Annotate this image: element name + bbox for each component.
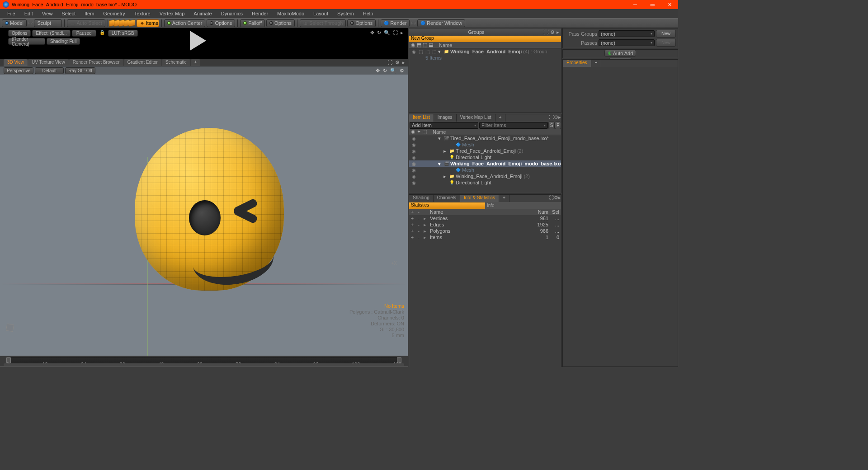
vp-menu-icon[interactable]: ▸: [402, 60, 405, 66]
axis-gizmo-icon[interactable]: [6, 324, 18, 336]
render-button[interactable]: 🔵Render: [381, 19, 410, 27]
vptab-add[interactable]: +: [191, 59, 201, 66]
maximize-icon[interactable]: ⛶: [549, 195, 554, 202]
il-tab-vertex-map-list[interactable]: Vertex Map List: [457, 114, 495, 122]
item-row[interactable]: ◉🔷Mesh: [409, 167, 561, 173]
menu-icon[interactable]: ▸: [401, 30, 403, 36]
falloff-button[interactable]: Falloff: [240, 19, 265, 27]
menu-animate[interactable]: Animate: [189, 9, 216, 18]
pass-groups-dropdown[interactable]: (none): [599, 30, 655, 37]
preview-effect-button[interactable]: Effect: (Shadi...: [32, 30, 70, 37]
vp-gear2-icon[interactable]: ⚙: [400, 68, 404, 74]
menu-dynamics[interactable]: Dynamics: [217, 9, 247, 18]
item-row[interactable]: ◉▾🎬Tired_Face_Android_Emoji_modo_base.lx…: [409, 135, 561, 141]
view-default-button[interactable]: Default: [35, 67, 64, 74]
preview-shading-button[interactable]: Shading: Full: [47, 38, 80, 45]
preview-play-icon[interactable]: [190, 31, 206, 51]
il-tab-images[interactable]: Images: [434, 114, 457, 122]
passes-new-button[interactable]: New: [656, 39, 676, 47]
expand-icon[interactable]: ⛶: [393, 30, 398, 36]
menu-icon[interactable]: ▸: [557, 29, 559, 35]
sculpt-mode-button[interactable]: Sculpt: [34, 19, 62, 27]
preview-paused-button[interactable]: Paused: [72, 30, 96, 37]
zoom-icon[interactable]: 🔍: [384, 30, 390, 36]
info-tab-shading[interactable]: Shading: [409, 195, 434, 202]
menu-layout[interactable]: Layout: [309, 9, 333, 18]
view-perspective-button[interactable]: Perspective: [4, 67, 33, 74]
item-row[interactable]: ◉▸📁Tired_Face_Android_Emoji (2): [409, 148, 561, 154]
item-row[interactable]: ◉💡Directional Light: [409, 154, 561, 160]
auto-select-button[interactable]: ⬚Auto Select: [67, 19, 105, 27]
view-raygl-button[interactable]: Ray GL: Off: [65, 67, 95, 74]
action-center-button[interactable]: Action Center: [164, 19, 206, 27]
add-item-dropdown[interactable]: Add Item: [410, 122, 478, 129]
menu-edit[interactable]: Edit: [20, 9, 38, 18]
vp-zoom-icon[interactable]: 🔍: [390, 68, 396, 74]
gear-icon[interactable]: ⚙: [554, 195, 558, 202]
info-tab-info---statistics[interactable]: Info & Statistics: [460, 195, 499, 202]
info-tab[interactable]: Info: [485, 202, 561, 209]
vp-gear-icon[interactable]: ⚙: [395, 60, 400, 66]
menu-help[interactable]: Help: [359, 9, 378, 18]
timeline[interactable]: 01224364860728496108120: [0, 356, 408, 367]
gear-icon[interactable]: ⚙: [550, 29, 555, 35]
menu-system[interactable]: System: [333, 9, 359, 18]
add-tab-icon[interactable]: +: [591, 60, 602, 67]
items-mode-button[interactable]: ◆Items: [137, 19, 159, 27]
vp-expand-icon[interactable]: ⛶: [387, 60, 392, 66]
vptab-uv-texture-view[interactable]: UV Texture View: [28, 59, 69, 66]
group-row[interactable]: ◉⬚⬚⬚ ▾ 📁 Winking_Face_Android_Emoji (4) …: [409, 48, 561, 55]
pass-groups-new-button[interactable]: New: [656, 30, 676, 38]
filter-items-input[interactable]: Filter Items: [479, 122, 548, 129]
component-mode-icons[interactable]: [110, 20, 135, 26]
item-row[interactable]: ◉▾🎬Winking_Face_Android_Emoji_modo_base.…: [409, 160, 561, 167]
menu-file[interactable]: File: [3, 9, 20, 18]
statistics-tab[interactable]: Statistics: [409, 202, 485, 209]
vptab-gradient-editor[interactable]: Gradient Editor: [124, 59, 161, 66]
item-row[interactable]: ◉🔷Mesh: [409, 141, 561, 148]
refresh-icon[interactable]: ↻: [377, 30, 381, 36]
menu-vertex-map[interactable]: Vertex Map: [155, 9, 189, 18]
il-tab-item-list[interactable]: Item List: [409, 114, 434, 122]
gear-icon[interactable]: ⚙: [554, 114, 558, 122]
menu-icon[interactable]: ▸: [558, 195, 561, 202]
menu-icon[interactable]: ▸: [558, 114, 561, 122]
vp-orbit-icon[interactable]: ↻: [383, 68, 387, 74]
stat-row[interactable]: +-▸Edges1925...: [409, 221, 561, 228]
vptab-3d-view[interactable]: 3D View: [4, 59, 28, 66]
stat-row[interactable]: +-▸Polygons966...: [409, 228, 561, 234]
stat-row[interactable]: +-▸Vertices961...: [409, 215, 561, 221]
maximize-icon[interactable]: ⛶: [543, 29, 548, 35]
falloff-options-button[interactable]: Options: [266, 19, 295, 27]
minimize-button[interactable]: ─: [627, 0, 644, 9]
menu-geometry[interactable]: Geometry: [99, 9, 129, 18]
preview-lut-button[interactable]: LUT: sRGB: [108, 30, 138, 37]
action-options-button[interactable]: Options: [207, 19, 235, 27]
info-tab-channels[interactable]: Channels: [434, 195, 460, 202]
il-tab-add[interactable]: +: [495, 114, 506, 122]
menu-maxtomodo[interactable]: MaxToModo: [273, 9, 309, 18]
item-row[interactable]: ◉▸📁Winking_Face_Android_Emoji (2): [409, 173, 561, 179]
auto-add-button[interactable]: ⊕Auto Add: [604, 50, 637, 56]
vptab-schematic[interactable]: Schematic: [162, 59, 190, 66]
menu-texture[interactable]: Texture: [130, 9, 155, 18]
filter-s-button[interactable]: S: [548, 122, 555, 129]
maximize-icon[interactable]: ⛶: [549, 114, 554, 122]
render-window-button[interactable]: 🔵Render Window: [417, 19, 465, 27]
properties-tab[interactable]: Properties: [563, 60, 591, 67]
3d-viewport[interactable]: Perspective Default Ray GL: Off ✥ ↻ 🔍 ⚙: [0, 66, 408, 356]
menu-render[interactable]: Render: [247, 9, 273, 18]
model-mode-button[interactable]: Model: [2, 19, 27, 27]
select-through-button[interactable]: ◫Select Through: [300, 19, 346, 27]
close-button[interactable]: ✕: [661, 0, 678, 9]
menu-view[interactable]: View: [38, 9, 57, 18]
stat-row[interactable]: +-▸Items10: [409, 234, 561, 240]
preview-options-button[interactable]: Options: [8, 30, 31, 37]
filter-f-button[interactable]: F: [555, 122, 561, 129]
pan-icon[interactable]: ✥: [370, 30, 374, 36]
menu-select[interactable]: Select: [57, 9, 80, 18]
maximize-button[interactable]: ▭: [644, 0, 661, 9]
preview-camera-button[interactable]: (Render Camera): [8, 38, 45, 45]
passes-dropdown[interactable]: (none): [599, 39, 655, 46]
item-row[interactable]: ◉💡Directional Light: [409, 179, 561, 186]
